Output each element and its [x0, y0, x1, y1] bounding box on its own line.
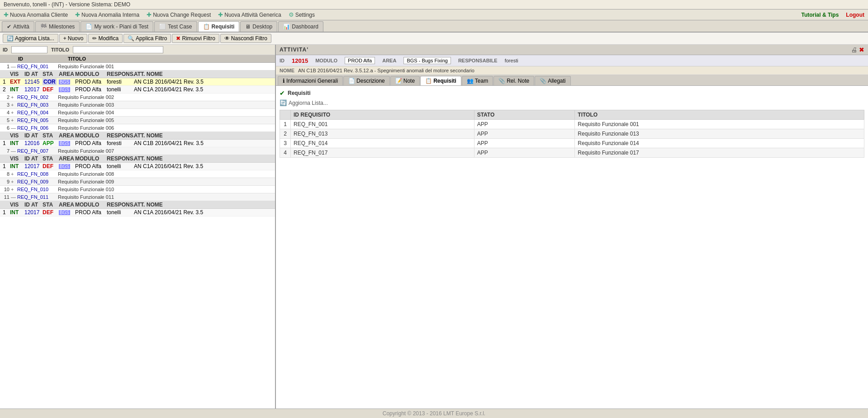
- row-num: 2: [2, 94, 11, 100]
- tutorial-link[interactable]: Tutorial & Tips: [801, 12, 839, 18]
- sr-attname: AN C1B 2016/04/21 Rev. 3.5: [133, 140, 273, 146]
- print-icon[interactable]: 🖨: [851, 46, 857, 53]
- req-row-titolo: Requisito Funzionale 001: [575, 120, 864, 129]
- id-label: ID: [280, 58, 285, 63]
- tab-team[interactable]: 👥 Team: [462, 76, 493, 85]
- row-id: REQ_FN_006: [17, 125, 58, 131]
- title-search-input[interactable]: [73, 46, 163, 53]
- table-row[interactable]: 11 — REQ_FN_011 Requisito Funzionale 011: [0, 193, 275, 201]
- tab-dashboard[interactable]: 📊 Dashboard: [278, 21, 323, 32]
- menu-nuova-attivita-generica[interactable]: ✚ Nuova Attività Generica: [218, 11, 281, 18]
- col-header-num: [2, 56, 11, 61]
- responsabile-value: foresti: [505, 58, 518, 63]
- header-actions: 🖨 ✖: [851, 46, 864, 53]
- expand-icon: —: [11, 125, 17, 131]
- table-row[interactable]: 5 + REQ_FN_005 Requisito Funzionale 005: [0, 117, 275, 124]
- close-icon[interactable]: ✖: [859, 46, 864, 53]
- modifica-btn[interactable]: ✏ Modifica: [88, 34, 123, 43]
- sub-table-row[interactable]: 2 INT 12017 DEF BGS PROD Alfa tonelli AN…: [0, 86, 275, 94]
- req-row-titolo: Requisito Funzionale 017: [575, 148, 864, 158]
- sr-modulo: PROD Alfa: [74, 163, 106, 169]
- table-row[interactable]: 7 — REQ_FN_007 Requisito Funzionale 007: [0, 147, 275, 155]
- tab-requisiti[interactable]: 📋 Requisiti: [198, 21, 240, 32]
- table-row[interactable]: 4 + REQ_FN_004 Requisito Funzionale 004: [0, 109, 275, 117]
- req-icon: 📋: [425, 78, 432, 84]
- sr-resp: foresti: [106, 79, 133, 85]
- left-table: 1 — REQ_FN_001 Requisito Funzionale 001 …: [0, 63, 275, 418]
- menu-nuova-anomalia-interna[interactable]: ✚ Nuova Anomalia Interna: [75, 11, 139, 18]
- tab-attivita[interactable]: ✔ Attività: [2, 21, 34, 32]
- table-header: ID TITOLO: [0, 55, 275, 63]
- tab-rel-note[interactable]: 📎 Rel. Note: [493, 76, 534, 85]
- sh-modulo: MODULO: [74, 202, 106, 208]
- tab-desktop[interactable]: 🖥 Desktop: [240, 21, 277, 32]
- tab-my-work[interactable]: 📄 My work - Piani di Test: [81, 21, 153, 32]
- sh-area: AREA: [58, 155, 74, 162]
- logout-link[interactable]: Logout: [846, 12, 864, 18]
- row-num: 5: [2, 117, 11, 123]
- tab-descrizione[interactable]: 📄 Descrizione: [343, 76, 390, 85]
- req-table-row[interactable]: 1 REQ_FN_001 APP Requisito Funzionale 00…: [280, 120, 864, 129]
- table-row[interactable]: 10 + REQ_FN_010 Requisito Funzionale 010: [0, 186, 275, 193]
- sh-vis: VIS: [9, 155, 24, 162]
- checkmark-icon: ✔: [7, 23, 11, 30]
- col-header-icon: [11, 56, 18, 61]
- tab-info-generali[interactable]: ℹ Informazioni Generali: [278, 76, 343, 85]
- applica-filtro-btn[interactable]: 🔍 Applica Filtro: [123, 34, 171, 43]
- tab-note[interactable]: 📝 Note: [390, 76, 420, 85]
- rel-note-icon: 📎: [498, 78, 505, 84]
- sh-idat: ID AT: [24, 71, 42, 77]
- title-label: TITOLO: [51, 47, 69, 52]
- menu-nuova-change-request[interactable]: ✚ Nuova Change Request: [147, 11, 211, 18]
- sh-resp: RESPONS.: [106, 132, 133, 139]
- req-table-row[interactable]: 2 REQ_FN_013 APP Requisito Funzionale 01…: [280, 129, 864, 139]
- col-id-req-header: ID REQUISITO: [291, 110, 474, 120]
- nascondi-filtro-btn[interactable]: 👁 Nascondi Filtro: [220, 34, 271, 43]
- tab-milestones[interactable]: 🏁 Milestones: [35, 21, 80, 32]
- menu-nuova-anomalia-cliente[interactable]: ✚ Nuova Anomalia Cliente: [4, 11, 68, 18]
- sh-num: [2, 71, 9, 77]
- sh-modulo: MODULO: [74, 71, 106, 77]
- sub-table-row[interactable]: 1 INT 12017 DEF BGS PROD Alfa tonelli AN…: [0, 163, 275, 170]
- sr-resp: tonelli: [106, 163, 133, 169]
- sr-idat: 12016: [24, 140, 42, 146]
- sr-num: 2: [2, 86, 9, 93]
- tab-allegati[interactable]: 📎 Allegati: [535, 76, 570, 85]
- nuovo-btn[interactable]: + Nuovo: [59, 34, 88, 43]
- search-bar: ID TITOLO: [0, 45, 275, 55]
- sub-table-row[interactable]: 1 EXT 12145 COR BGS PROD Alfa foresti AN…: [0, 78, 275, 86]
- row-num: 10: [2, 187, 11, 192]
- req-update-btn[interactable]: 🔄 Aggiorna Lista...: [280, 99, 864, 106]
- table-row[interactable]: 2 + REQ_FN_002 Requisito Funzionale 002: [0, 94, 275, 101]
- expand-icon: +: [11, 187, 17, 192]
- table-row[interactable]: 8 + REQ_FN_008 Requisito Funzionale 008: [0, 170, 275, 178]
- sub-table-row[interactable]: 1 INT 12017 DEF BGS PROD Alfa tonelli AN…: [0, 209, 275, 216]
- sr-area: BGS: [58, 140, 74, 146]
- remove-filter-icon: ✖: [176, 35, 180, 42]
- table-row[interactable]: 6 — REQ_FN_006 Requisito Funzionale 006: [0, 124, 275, 132]
- menu-settings[interactable]: ⚙ Settings: [289, 11, 315, 18]
- req-table-row[interactable]: 4 REQ_FN_017 APP Requisito Funzionale 01…: [280, 148, 864, 158]
- tab-test-case[interactable]: ⬜ Test Case: [154, 21, 197, 32]
- rimuovi-filtro-btn[interactable]: ✖ Rimuovi Filtro: [172, 34, 219, 43]
- req-table-row[interactable]: 3 REQ_FN_014 APP Requisito Funzionale 01…: [280, 139, 864, 148]
- expand-icon: —: [11, 194, 17, 200]
- id-label: ID: [3, 47, 8, 52]
- activity-title: ATTIVITA': [280, 47, 308, 53]
- table-row[interactable]: 9 + REQ_FN_009 Requisito Funzionale 009: [0, 178, 275, 186]
- aggiorna-lista-btn[interactable]: 🔄 Aggiorna Lista...: [3, 34, 58, 43]
- table-row[interactable]: 1 — REQ_FN_001 Requisito Funzionale 001: [0, 63, 275, 70]
- req-row-num: 4: [280, 148, 291, 158]
- id-search-input[interactable]: [11, 46, 47, 53]
- row-id: REQ_FN_004: [17, 110, 58, 115]
- row-title: Requisito Funzionale 001: [58, 64, 273, 69]
- sub-table-header: VIS ID AT STA AREA MODULO RESPONS. ATT. …: [0, 70, 275, 78]
- sub-table-row[interactable]: 1 INT 12016 APP BGS PROD Alfa foresti AN…: [0, 140, 275, 147]
- sr-area: BGS: [58, 86, 74, 93]
- sh-area: AREA: [58, 132, 74, 139]
- table-row[interactable]: 3 + REQ_FN_003 Requisito Funzionale 003: [0, 101, 275, 109]
- row-id: REQ_FN_011: [17, 194, 58, 200]
- sr-attname: AN C1B 2016/04/21 Rev. 3.5: [133, 79, 273, 85]
- dashboard-icon: 📊: [283, 23, 290, 30]
- tab-requisiti-act[interactable]: 📋 Requisiti: [420, 76, 461, 85]
